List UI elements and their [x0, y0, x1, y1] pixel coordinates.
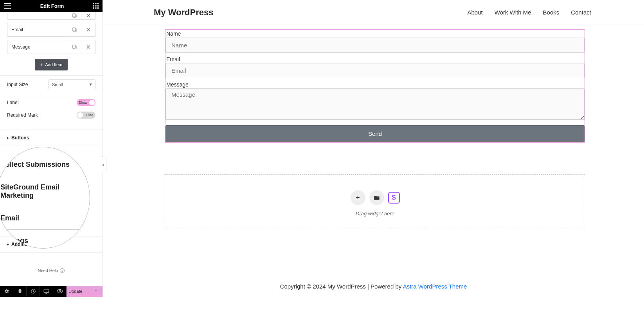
- input-size-control: Input Size Small ▾: [0, 76, 103, 93]
- svg-rect-5: [97, 5, 99, 7]
- sidebar-body: Email Message + Add Item: [0, 12, 103, 286]
- buttons-section-header[interactable]: ▸ Buttons: [0, 130, 103, 146]
- update-button[interactable]: Update ⌃: [67, 286, 103, 297]
- form-field-item[interactable]: Message: [7, 40, 95, 54]
- add-item-button[interactable]: + Add Item: [35, 59, 68, 70]
- caret-right-icon: ▸: [7, 242, 9, 246]
- nav-books[interactable]: Books: [543, 9, 559, 16]
- settings-icon[interactable]: [0, 286, 13, 297]
- dropzone-hint: Drag widget here: [165, 211, 585, 216]
- svg-rect-0: [93, 3, 94, 4]
- site-header: My WordPress About Work With Me Books Co…: [103, 0, 644, 25]
- svg-point-16: [59, 290, 61, 292]
- footer-text: Copyright © 2024 My WordPress | Powered …: [280, 283, 403, 290]
- contact-form-widget[interactable]: Name Email Message Send: [165, 29, 585, 143]
- siteground-widget-button[interactable]: S: [388, 192, 400, 204]
- svg-rect-4: [95, 5, 97, 7]
- site-footer: Copyright © 2024 My WordPress | Powered …: [103, 276, 644, 297]
- responsive-icon[interactable]: [40, 286, 53, 297]
- remove-icon[interactable]: [81, 23, 95, 36]
- duplicate-icon[interactable]: [67, 23, 81, 36]
- preview-icon[interactable]: [53, 286, 67, 297]
- label-toggle-control: Label Show: [0, 95, 103, 110]
- apps-icon[interactable]: [93, 3, 99, 9]
- svg-rect-15: [44, 290, 49, 293]
- remove-icon[interactable]: [81, 40, 95, 54]
- input-size-select[interactable]: Small ▾: [49, 79, 95, 89]
- form-field-item[interactable]: [7, 12, 95, 20]
- need-help-link[interactable]: Need Help ?: [0, 252, 103, 281]
- remove-icon[interactable]: [81, 12, 95, 19]
- name-label: Name: [165, 31, 585, 37]
- duplicate-icon[interactable]: [67, 40, 81, 54]
- magnify-overlay: Collect Submissions SiteGround Email Mar…: [0, 147, 90, 249]
- field-item-label: Email: [7, 23, 67, 36]
- label-toggle[interactable]: Show: [77, 99, 95, 106]
- canvas-area: Name Email Message Send + S Drag widget …: [103, 25, 644, 276]
- email-label: Email: [165, 56, 585, 62]
- nav-contact[interactable]: Contact: [571, 9, 591, 16]
- message-textarea[interactable]: [165, 88, 585, 120]
- control-label: Input Size: [7, 82, 28, 87]
- svg-rect-7: [95, 7, 97, 9]
- section-siteground-email-marketing[interactable]: SiteGround Email Marketing: [0, 176, 90, 207]
- svg-rect-3: [93, 5, 94, 7]
- svg-rect-10: [72, 14, 76, 17]
- collapse-sidebar-handle[interactable]: ◂: [99, 157, 106, 172]
- svg-rect-8: [97, 7, 99, 9]
- main-canvas: My WordPress About Work With Me Books Co…: [103, 0, 644, 297]
- duplicate-icon[interactable]: [67, 12, 81, 19]
- menu-icon[interactable]: [4, 3, 11, 9]
- message-label: Message: [165, 81, 585, 88]
- nav-about[interactable]: About: [467, 9, 482, 16]
- required-mark-toggle[interactable]: Hide: [77, 112, 95, 119]
- footer-theme-link[interactable]: Astra WordPress Theme: [403, 283, 467, 290]
- chevron-up-icon: ⌃: [94, 289, 97, 293]
- control-label: Label: [7, 100, 18, 105]
- site-title[interactable]: My WordPress: [154, 7, 213, 18]
- sidebar-title: Edit Form: [11, 3, 93, 9]
- svg-rect-6: [93, 7, 94, 9]
- svg-rect-12: [72, 28, 76, 31]
- section-collect-submissions[interactable]: Collect Submissions: [0, 147, 90, 176]
- required-mark-control: Required Mark Hide: [0, 110, 103, 123]
- caret-right-icon: ▸: [7, 136, 9, 140]
- svg-rect-2: [97, 3, 99, 4]
- primary-nav: About Work With Me Books Contact: [467, 9, 591, 16]
- nav-work-with-me[interactable]: Work With Me: [495, 9, 531, 16]
- svg-rect-14: [72, 45, 76, 48]
- sidebar-header: Edit Form: [0, 0, 103, 12]
- add-widget-button[interactable]: +: [351, 190, 365, 205]
- control-label: Required Mark: [7, 112, 38, 118]
- svg-rect-1: [95, 3, 97, 4]
- field-item-label: Message: [7, 40, 67, 54]
- editor-sidebar: Edit Form Emai: [0, 0, 103, 297]
- chevron-down-icon: ▾: [90, 82, 92, 87]
- field-item-label: [7, 12, 67, 19]
- section-email[interactable]: Email: [0, 207, 90, 230]
- widget-dropzone[interactable]: + S Drag widget here: [165, 174, 585, 226]
- send-button[interactable]: Send: [165, 125, 585, 142]
- history-icon[interactable]: [27, 286, 40, 297]
- sidebar-bottom-bar: Update ⌃: [0, 286, 103, 297]
- library-button[interactable]: [369, 190, 384, 205]
- help-icon: ?: [60, 268, 65, 273]
- dropzone-actions: + S: [165, 190, 585, 205]
- name-input[interactable]: [165, 38, 585, 53]
- email-input[interactable]: [165, 63, 585, 78]
- form-field-item[interactable]: Email: [7, 23, 95, 37]
- navigator-icon[interactable]: [13, 286, 27, 297]
- plus-icon: +: [40, 62, 43, 67]
